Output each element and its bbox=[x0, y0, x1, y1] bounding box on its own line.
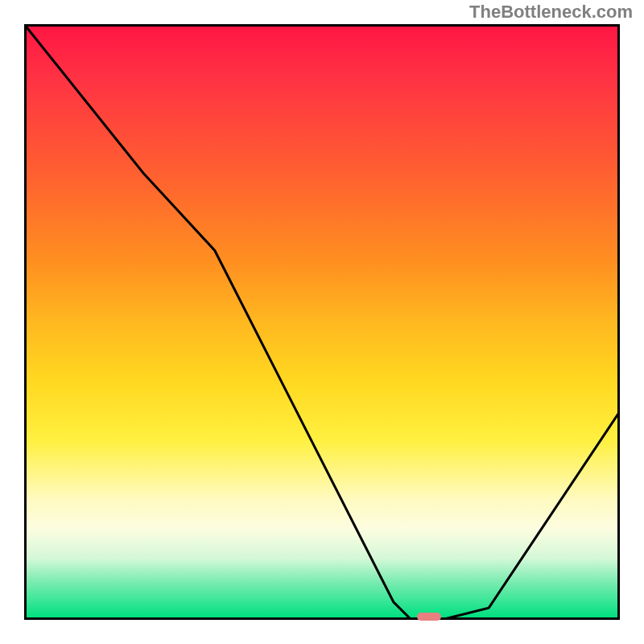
chart-frame bbox=[24, 24, 620, 620]
chart-svg bbox=[24, 24, 620, 620]
optimal-marker bbox=[417, 613, 441, 621]
watermark-text: TheBottleneck.com bbox=[469, 2, 633, 23]
bottleneck-curve bbox=[24, 24, 620, 620]
